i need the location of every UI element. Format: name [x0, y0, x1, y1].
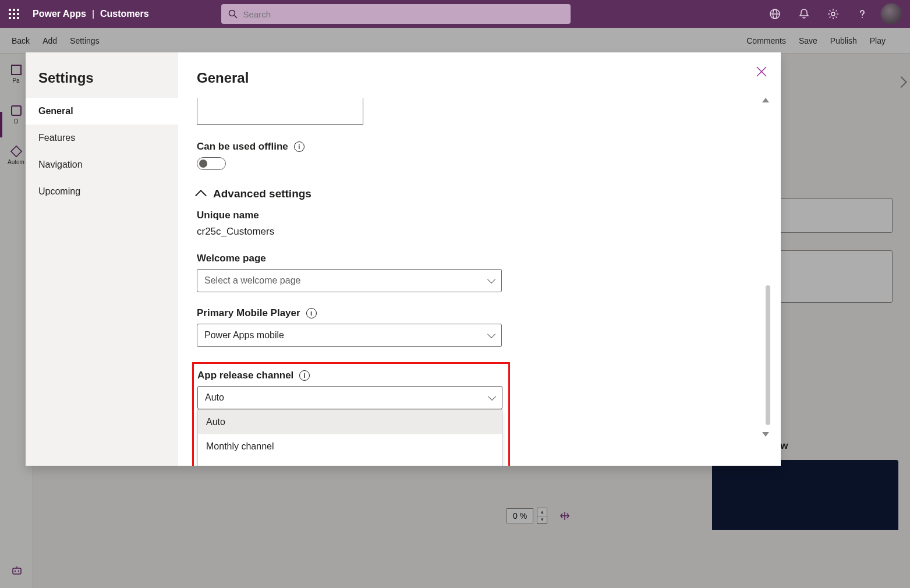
advanced-settings-header[interactable]: Advanced settings — [197, 187, 757, 200]
chevron-down-icon — [487, 275, 495, 284]
general-heading: General — [197, 70, 757, 86]
search-icon — [228, 9, 238, 19]
notifications-icon[interactable] — [791, 0, 817, 28]
info-icon[interactable]: i — [306, 308, 317, 318]
release-option-auto[interactable]: Auto — [198, 410, 502, 434]
app-title: Power Apps | Customers — [28, 9, 157, 19]
welcome-page-label: Welcome page — [197, 253, 757, 264]
svg-point-0 — [229, 10, 235, 16]
release-channel-select[interactable]: Auto — [197, 386, 502, 409]
settings-title: Settings — [26, 52, 178, 98]
chevron-up-icon — [195, 190, 207, 201]
scrollbar-thumb[interactable] — [766, 285, 770, 425]
unique-name-value: cr25c_Customers — [197, 226, 757, 238]
unique-name-label: Unique name — [197, 210, 757, 221]
release-channel-label: App release channel i — [197, 370, 504, 381]
svg-line-1 — [234, 16, 237, 19]
close-icon — [755, 65, 768, 78]
environment-icon[interactable] — [762, 0, 788, 28]
context-name: Customers — [100, 9, 149, 19]
title-separator: | — [92, 9, 94, 19]
help-icon[interactable] — [849, 0, 875, 28]
settings-modal: Settings General Features Navigation Upc… — [26, 52, 781, 466]
settings-gear-icon[interactable] — [820, 0, 846, 28]
collapse-right-pane[interactable] — [897, 78, 905, 86]
settings-sidebar: Settings General Features Navigation Upc… — [26, 52, 178, 466]
offline-toggle[interactable] — [197, 157, 226, 170]
description-input[interactable] — [197, 98, 363, 125]
scroll-up-arrow[interactable] — [762, 98, 769, 102]
user-avatar[interactable] — [879, 0, 904, 28]
product-name: Power Apps — [33, 9, 86, 19]
svg-point-6 — [862, 17, 863, 18]
release-channel-dropdown: Auto Monthly channel Semi-annual channel — [197, 409, 502, 466]
svg-point-5 — [831, 12, 835, 16]
scroll-down-arrow[interactable] — [762, 432, 769, 437]
chevron-down-icon — [487, 330, 495, 338]
info-icon[interactable]: i — [299, 370, 310, 381]
welcome-page-select[interactable]: Select a welcome page — [197, 269, 502, 292]
tab-upcoming[interactable]: Upcoming — [26, 178, 178, 205]
search-input[interactable] — [243, 9, 564, 19]
release-channel-highlight: App release channel i Auto Auto Monthly … — [192, 362, 510, 466]
settings-content: General Can be used offline i Advanced s… — [178, 52, 781, 466]
chevron-down-icon — [488, 392, 496, 401]
info-icon[interactable]: i — [294, 141, 304, 152]
release-option-semiannual[interactable]: Semi-annual channel — [198, 459, 502, 466]
tab-features[interactable]: Features — [26, 125, 178, 151]
primary-player-label: Primary Mobile Player i — [197, 307, 757, 319]
tab-general[interactable]: General — [26, 98, 178, 125]
top-app-bar: Power Apps | Customers — [0, 0, 910, 28]
release-option-monthly[interactable]: Monthly channel — [198, 434, 502, 459]
global-search[interactable] — [221, 4, 571, 24]
app-launcher-button[interactable] — [0, 0, 28, 28]
waffle-icon — [9, 9, 19, 19]
offline-label: Can be used offline i — [197, 141, 757, 153]
primary-player-select[interactable]: Power Apps mobile — [197, 324, 502, 347]
tab-navigation[interactable]: Navigation — [26, 151, 178, 178]
close-button[interactable] — [755, 65, 768, 78]
topbar-actions — [762, 0, 904, 28]
